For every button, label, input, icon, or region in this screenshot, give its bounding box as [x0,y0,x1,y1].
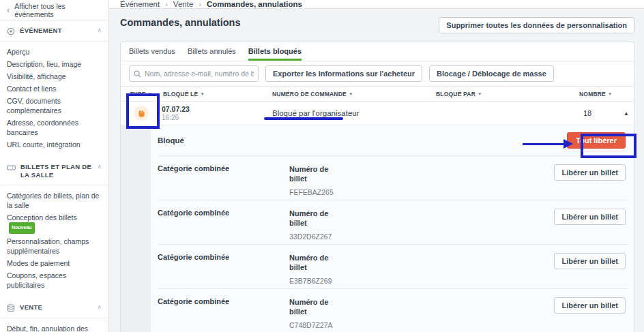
mass-block-unblock-button[interactable]: Blocage / Déblocage de masse [429,65,554,82]
sidebar-item-coupons[interactable]: Coupons, espaces publicitaires [0,269,108,291]
sort-icon: ▼ [200,91,205,96]
release-all-button[interactable]: Tout libérer [567,132,626,149]
sidebar-section-billets[interactable]: Billets et plan de la salle ∧ [0,157,108,185]
page-content: Commandes, annulations Supprimer toutes … [109,9,644,332]
new-badge: Nouveau [9,222,35,234]
ticket-row: Catégorie combinée Numéro de billet E3B7… [158,245,628,289]
chevron-up-icon[interactable]: ∧ [97,303,102,310]
ticket-code: 33D2D6Z267 [289,232,552,241]
search-input[interactable] [145,70,254,78]
release-ticket-button[interactable]: Libérer un billet [554,253,626,269]
sidebar-group-vente: Début, fin, annulation des ventes Blocag… [0,318,108,332]
sidebar-section-evenement[interactable]: Événement ∧ [0,20,108,42]
hand-icon [137,109,146,118]
orders-panel: Billets vendus Billets annulés Billets b… [120,42,634,332]
export-buyer-info-button[interactable]: Exporter les informations sur l'acheteur [265,65,422,82]
tab-billets-annules[interactable]: Billets annulés [188,42,236,61]
table-row[interactable]: 07.07.23 16:26 Bloqué par l'organisateur… [121,102,634,125]
column-numero-commande[interactable]: Numéro de commande▼ [271,91,435,97]
ticket-number-label: Numéro de billet [289,297,338,316]
search-icon [134,70,141,78]
release-ticket-button[interactable]: Libérer un billet [554,297,626,314]
tab-bar: Billets vendus Billets annulés Billets b… [121,42,634,61]
tab-billets-bloques[interactable]: Billets bloqués [248,42,302,61]
ticket-category: Catégorie combinée [158,164,289,200]
chevron-up-icon[interactable]: ∧ [97,163,102,170]
sort-icon: ▼ [608,91,613,96]
sidebar-item-url[interactable]: URL courte, intégration [0,138,108,151]
search-box[interactable] [129,65,259,82]
sidebar-item-cgv[interactable]: CGV, documents complémentaires [0,95,108,117]
count-cell: 18 [578,109,619,117]
ticket-row: Catégorie combinée Numéro de billet 33D2… [158,200,628,245]
sort-icon: ▼ [148,91,153,96]
ticket-number-label: Numéro de billet [289,209,338,228]
ticket-icon [7,164,16,172]
triangle-up-icon: ▲ [624,110,629,117]
status-label: Bloqué [158,136,184,145]
ticket-number-label: Numéro de billet [289,253,338,272]
breadcrumb-vente[interactable]: Vente [173,0,193,8]
details-gutter [121,125,151,332]
release-ticket-button[interactable]: Libérer un billet [554,209,626,225]
sidebar-group-evenement: Aperçu Description, lieu, image Visibili… [0,42,108,157]
ticket-code: E3B7B6Z269 [289,277,552,285]
ticket-category: Catégorie combinée [158,253,289,288]
blocked-time: 16:26 [162,114,271,121]
controls-row: Exporter les informations sur l'acheteur… [121,61,634,86]
main-area: Événement › Vente › Commandes, annulatio… [109,0,644,332]
sort-icon: ▼ [478,91,482,96]
section-label: Événement [20,27,92,35]
ticket-number-label: Numéro de billet [289,164,338,183]
ticket-category: Catégorie combinée [158,209,289,244]
chevron-left-icon: ‹ [7,5,10,14]
tab-billets-vendus[interactable]: Billets vendus [129,42,175,61]
column-label: Nombre [579,91,606,97]
sidebar-item-description[interactable]: Description, lieu, image [0,58,108,70]
column-label: Bloqué le [163,91,198,97]
ticket-category: Catégorie combinée [158,297,289,332]
expanded-details: Bloqué Tout libérer Catégorie combinée N… [121,125,634,332]
ticket-row: Catégorie combinée Numéro de billet FEFE… [158,156,628,200]
collapse-row-button[interactable]: ▲ [619,110,634,117]
sidebar-item-paiement[interactable]: Modes de paiement [0,257,108,269]
column-nombre[interactable]: Nombre▼ [578,91,619,97]
chevron-up-icon[interactable]: ∧ [97,27,102,33]
blocked-type-badge [134,106,149,121]
sidebar-item-conception[interactable]: Conception des billetsNouveau [0,211,108,235]
sidebar: ‹ Afficher tous les événements Événement… [0,0,109,332]
column-label: Numéro de commande [272,91,347,97]
page-header: Commandes, annulations Supprimer toutes … [120,17,634,33]
blocked-date: 07.07.23 [162,105,271,113]
sidebar-item-apercu[interactable]: Aperçu [0,46,108,58]
blocked-date-cell: 07.07.23 16:26 [162,105,271,121]
item-label: Conception des billets [7,213,77,222]
coins-icon [7,304,15,312]
delete-personalization-button[interactable]: Supprimer toutes les données de personna… [439,17,634,33]
sidebar-item-visibilite[interactable]: Visibilité, affichage [0,70,108,82]
sidebar-item-adresse[interactable]: Adresse, coordonnées bancaires [0,117,108,138]
breadcrumb: Événement › Vente › Commandes, annulatio… [109,0,644,9]
column-label: Type [130,91,146,97]
sidebar-item-personnalisation[interactable]: Personnalisation, champs supplémentaires [0,235,108,257]
details-content: Bloqué Tout libérer Catégorie combinée N… [151,125,634,332]
back-label: Afficher tous les événements [14,2,102,18]
breadcrumb-evenement[interactable]: Événement [120,0,160,8]
column-type[interactable]: Type▼ [121,91,162,97]
sort-icon: ▼ [349,91,353,96]
sidebar-item-debut-fin[interactable]: Début, fin, annulation des ventes [0,322,108,332]
back-to-all-events[interactable]: ‹ Afficher tous les événements [0,0,108,20]
ticket-code: FEFEBAZ265 [289,188,552,196]
section-label: Vente [20,303,92,312]
column-bloque-par[interactable]: Bloqué par▼ [435,91,578,97]
breadcrumb-separator: › [165,0,168,8]
release-ticket-button[interactable]: Libérer un billet [554,164,626,181]
ticket-code: C748D7Z27A [289,321,552,329]
sidebar-item-categories[interactable]: Catégories de billets, plan de la salle [0,190,108,211]
column-label: Bloqué par [436,91,475,97]
breadcrumb-separator: › [199,0,201,8]
breadcrumb-current: Commandes, annulations [207,0,302,8]
sidebar-item-contact[interactable]: Contact et liens [0,82,108,95]
sidebar-section-vente[interactable]: Vente ∧ [0,297,108,318]
column-bloque-le[interactable]: Bloqué le▼ [162,91,271,97]
